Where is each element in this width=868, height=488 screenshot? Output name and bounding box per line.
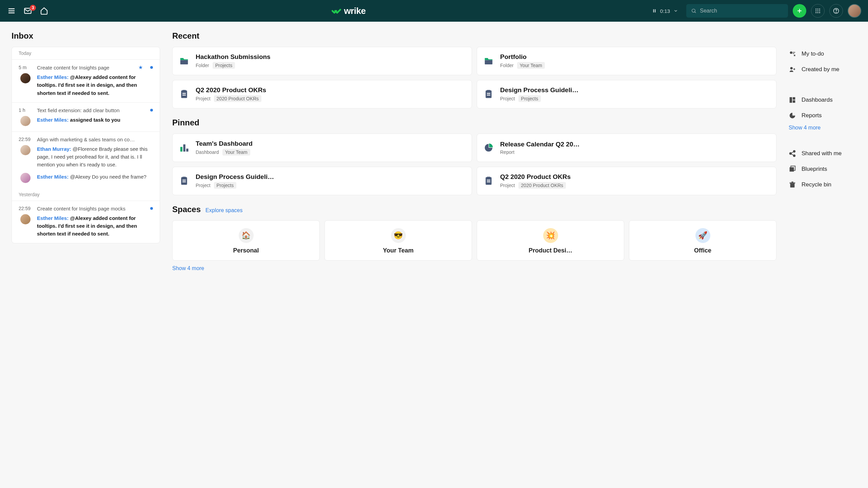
- inbox-item[interactable]: 22:59Align with marketing & sales teams …: [12, 131, 160, 188]
- side-nav-reports[interactable]: Reports: [789, 108, 856, 123]
- side-nav-label: Dashboards: [802, 97, 833, 103]
- inbox-item-message: Esther Miles: @Alexey added content for …: [37, 73, 153, 97]
- reports-icon: [789, 112, 796, 119]
- commenter-avatar: [20, 145, 31, 155]
- svg-line-7: [695, 12, 696, 13]
- side-nav-created[interactable]: Created by me: [789, 62, 856, 77]
- svg-rect-41: [793, 52, 795, 53]
- project-icon: [483, 89, 494, 100]
- content-card[interactable]: Q2 2020 Product OKRsProject2020 Product …: [477, 167, 776, 195]
- inbox-item[interactable]: 5 mCreate content for Insights page★Esth…: [12, 59, 160, 102]
- space-card[interactable]: 💥Product Desi…: [477, 220, 624, 261]
- svg-point-6: [692, 9, 695, 12]
- card-title: Design Process Guideli…: [196, 173, 466, 181]
- content-card[interactable]: Team's DashboardDashboardYour Team: [172, 134, 472, 162]
- svg-rect-30: [183, 144, 185, 151]
- svg-point-12: [819, 8, 820, 9]
- commenter-avatar: [20, 73, 31, 83]
- inbox-today-label: Today: [12, 47, 160, 59]
- content-card[interactable]: Hackathon SubmissionsFolderProjects: [172, 47, 472, 75]
- content-card[interactable]: Design Process Guideli…ProjectProjects: [477, 80, 776, 108]
- svg-rect-44: [790, 97, 792, 103]
- plus-icon: [796, 7, 803, 14]
- add-button[interactable]: [793, 4, 806, 18]
- space-name: Product Desi…: [480, 247, 620, 254]
- inbox-item[interactable]: 1 hText field extension: add clear butto…: [12, 102, 160, 131]
- apps-button[interactable]: [811, 4, 825, 18]
- card-title: Team's Dashboard: [196, 140, 466, 147]
- svg-point-43: [790, 67, 793, 69]
- search-bar[interactable]: [686, 4, 788, 18]
- inbox-column: Inbox Today5 mCreate content for Insight…: [12, 31, 160, 271]
- space-emoji-icon: 🏠: [239, 228, 254, 243]
- svg-rect-35: [182, 181, 186, 182]
- content-card[interactable]: Release Calendar Q2 20…Report: [477, 134, 776, 162]
- svg-rect-56: [791, 182, 793, 183]
- inbox-item-message: Esther Miles: @Alexey Do you need the fr…: [37, 173, 153, 183]
- side-group-nav: DashboardsReports Show 4 more: [789, 92, 856, 131]
- svg-rect-24: [182, 95, 186, 96]
- svg-rect-37: [487, 177, 490, 179]
- timer-control[interactable]: 0:13: [649, 8, 682, 14]
- space-emoji-icon: 🚀: [695, 228, 710, 243]
- main-content: Inbox Today5 mCreate content for Insight…: [0, 22, 868, 278]
- svg-rect-28: [487, 95, 490, 96]
- content-card[interactable]: Design Process Guideli…ProjectProjects: [172, 167, 472, 195]
- space-card[interactable]: 🚀Office: [629, 220, 776, 261]
- side-column: My to-doCreated by me DashboardsReports …: [789, 31, 856, 271]
- spaces-title: Spaces: [172, 205, 201, 214]
- side-nav-recycle[interactable]: Recycle bin: [789, 177, 856, 192]
- search-input[interactable]: [700, 8, 783, 14]
- side-nav-todo[interactable]: My to-do: [789, 46, 856, 62]
- center-column: Recent Hackathon SubmissionsFolderProjec…: [172, 31, 776, 271]
- star-icon[interactable]: ★: [138, 64, 143, 70]
- app-header: 3 wrike 0:13: [0, 0, 868, 22]
- home-button[interactable]: [39, 6, 49, 16]
- user-avatar[interactable]: [848, 4, 861, 18]
- side-group-other: Shared with meBlueprintsRecycle bin: [789, 146, 856, 192]
- card-chip: Projects: [214, 182, 237, 189]
- explore-spaces-link[interactable]: Explore spaces: [205, 207, 242, 214]
- hamburger-menu-button[interactable]: [7, 6, 16, 16]
- header-center: wrike: [53, 6, 645, 16]
- inbox-button[interactable]: 3: [23, 6, 33, 16]
- space-emoji-icon: 😎: [391, 228, 406, 243]
- card-chip: Projects: [213, 62, 235, 69]
- inbox-item[interactable]: 22:59Create content for Insights page mo…: [12, 201, 160, 243]
- recycle-icon: [789, 181, 796, 188]
- card-chip: Projects: [518, 95, 541, 102]
- spaces-show-more-link[interactable]: Show 4 more: [172, 265, 776, 271]
- commenter-avatar: [20, 116, 31, 126]
- recent-grid: Hackathon SubmissionsFolderProjectsPortf…: [172, 47, 776, 108]
- svg-point-16: [815, 12, 816, 13]
- svg-rect-23: [182, 93, 186, 94]
- spaces-grid: 🏠Personal😎Your Team💥Product Desi…🚀Office: [172, 220, 776, 261]
- side-show-more-link[interactable]: Show 4 more: [789, 123, 856, 131]
- home-icon: [40, 7, 48, 15]
- svg-rect-54: [790, 183, 795, 187]
- svg-rect-55: [790, 183, 795, 184]
- inbox-item-message: Esther Miles: assigned task to you: [37, 116, 153, 126]
- svg-rect-29: [180, 147, 182, 152]
- side-nav-blueprints[interactable]: Blueprints: [789, 161, 856, 177]
- brand-logo[interactable]: wrike: [332, 6, 366, 16]
- card-type: Project: [500, 183, 515, 188]
- pinned-title: Pinned: [172, 118, 776, 127]
- content-card[interactable]: Q2 2020 Product OKRsProject2020 Product …: [172, 80, 472, 108]
- space-card[interactable]: 😎Your Team: [324, 220, 472, 261]
- inbox-badge: 3: [30, 5, 36, 11]
- help-button[interactable]: [829, 4, 843, 18]
- card-title: Q2 2020 Product OKRs: [196, 86, 466, 94]
- recent-title: Recent: [172, 31, 776, 41]
- side-nav-shared[interactable]: Shared with me: [789, 146, 856, 161]
- inbox-item-time: 5 m: [19, 65, 32, 70]
- project-icon: [179, 89, 190, 100]
- svg-line-51: [791, 154, 793, 155]
- space-card[interactable]: 🏠Personal: [172, 220, 320, 261]
- content-card[interactable]: PortfolioFolderYour Team: [477, 47, 776, 75]
- side-nav-label: My to-do: [802, 50, 824, 57]
- header-right-group: 0:13: [649, 4, 861, 18]
- dashboards-icon: [789, 96, 796, 104]
- side-nav-dashboards[interactable]: Dashboards: [789, 92, 856, 108]
- spaces-header-row: Spaces Explore spaces: [172, 205, 776, 214]
